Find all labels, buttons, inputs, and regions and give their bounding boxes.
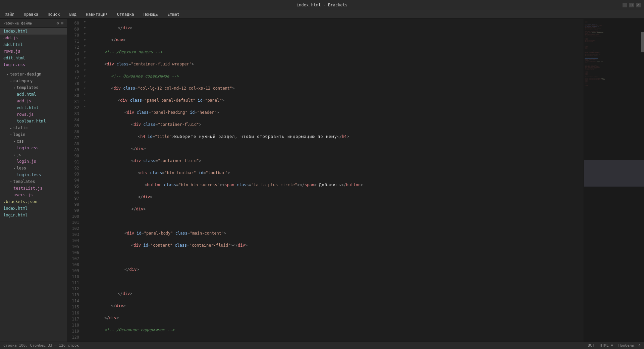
close-button[interactable]: ✕ (636, 3, 641, 7)
indentation[interactable]: Пробелы: 4 (619, 343, 641, 348)
code-line-77: <h4 id="title">Выберите нужный раздел, ч… (91, 134, 580, 140)
folder-less[interactable]: ▾less (0, 165, 67, 171)
insert-mode[interactable]: ВСТ (588, 343, 594, 348)
code-line-73: <div class="col-lg-12 col-md-12 col-xs-1… (91, 85, 580, 91)
menu-help[interactable]: Помощь (142, 11, 160, 17)
split-icon[interactable]: ⊞ (61, 21, 63, 26)
file-add-html-working[interactable]: add.html (0, 41, 67, 48)
code-line-69: </nav> (91, 37, 580, 43)
window-controls: ─ □ ✕ (623, 3, 641, 7)
code-line-79: <div class="container-fluid"> (91, 158, 580, 164)
menu-bar: Файл Правка Поиск Вид Навигация Отладка … (0, 10, 644, 19)
status-right: ВСТ HTML ▼ Пробелы: 4 (588, 343, 641, 348)
code-line-82: </div> (91, 194, 580, 200)
file-add-js-working[interactable]: add.js (0, 35, 67, 41)
file-testslist-js[interactable]: testsList.js (0, 185, 67, 192)
folder-login[interactable]: ▾login (0, 131, 67, 138)
code-line-75: <div class="panel-heading" id="header"> (91, 109, 580, 115)
code-line-74: <div class="panel panel-default" id="pan… (91, 97, 580, 103)
file-add-js-cat[interactable]: add.js (0, 98, 67, 104)
minimap-viewport-indicator (584, 160, 644, 187)
file-login-html-tree[interactable]: login.html (0, 212, 67, 218)
minimap-scrollbar[interactable] (641, 32, 644, 52)
code-container[interactable]: 6869707172 7374757677 7879808182 8384858… (67, 19, 644, 342)
code-line-85: <div id="panel-body" class="main-content… (91, 230, 580, 236)
folder-js[interactable]: ▾js (0, 151, 67, 158)
code-line-91: </div> (91, 303, 580, 309)
file-type[interactable]: HTML ▼ (600, 343, 613, 348)
file-index-html-tree[interactable]: index.html (0, 205, 67, 212)
code-line-86: <div id="content" class="container-fluid… (91, 242, 580, 248)
main-layout: Рабочие файлы ⚙ ⊞ index.html add.js add.… (0, 19, 644, 342)
code-line-72: <!-- Основное содержимое --> (91, 73, 580, 79)
file-login-less[interactable]: login.less (0, 171, 67, 178)
code-line-88: </div> (91, 266, 580, 272)
code-line-81: <button class="btn btn-success"><span cl… (91, 182, 580, 188)
menu-emmet[interactable]: Emmet (165, 11, 181, 17)
file-index-html-working[interactable]: index.html (0, 28, 67, 35)
file-login-css[interactable]: login.css (0, 145, 67, 151)
folder-templates-root[interactable]: ▾templates (0, 178, 67, 185)
sidebar-header-label: Рабочие файлы (3, 21, 32, 26)
code-line-70: <!-- /Верхняя панель --> (91, 49, 580, 55)
file-toolbar-html-cat[interactable]: toolbar.html (0, 118, 67, 124)
code-line-84 (91, 218, 580, 224)
folder-templates-category[interactable]: ▾templates (0, 84, 67, 91)
cursor-position: Строка 100, Столбец 33 — 126 строк (3, 343, 79, 348)
folder-category[interactable]: ▾category (0, 78, 67, 84)
code-line-68: </div> (91, 25, 580, 31)
menu-file[interactable]: Файл (3, 11, 16, 17)
file-rows-js-cat[interactable]: rows.js (0, 111, 67, 118)
file-rows-js-working[interactable]: rows.js (0, 48, 67, 55)
window-title: index.html - Brackets (297, 3, 347, 7)
minimap-content: </div> </nav> <!-- /Верхняя панель --> <… (584, 19, 644, 89)
fold-column: ▾▾▾▾▾ ▾ ▾ ▾▾▾▾ ▾ ▾▾ ▾ (82, 19, 88, 342)
file-edit-html-cat[interactable]: edit.html (0, 104, 67, 111)
maximize-button[interactable]: □ (629, 3, 634, 7)
settings-icon[interactable]: ⚙ (57, 21, 59, 26)
code-line-94 (91, 339, 580, 342)
file-brackets-json[interactable]: .brackets.json (0, 198, 67, 205)
code-line-90: </div> (91, 291, 580, 297)
file-login-js[interactable]: login.js (0, 158, 67, 165)
menu-navigate[interactable]: Навигация (84, 11, 110, 17)
minimap[interactable]: </div> </nav> <!-- /Верхняя панель --> <… (584, 19, 644, 342)
sidebar: Рабочие файлы ⚙ ⊞ index.html add.js add.… (0, 19, 67, 342)
status-bar: Строка 100, Столбец 33 — 126 строк ВСТ H… (0, 342, 644, 349)
code-line-92: </div> (91, 315, 580, 321)
sidebar-header: Рабочие файлы ⚙ ⊞ (0, 19, 67, 28)
code-line-78: </div> (91, 146, 580, 152)
menu-search[interactable]: Поиск (46, 11, 62, 17)
code-content[interactable]: </div> </nav> <!-- /Верхняя панель --> <… (88, 19, 584, 342)
code-line-87 (91, 254, 580, 260)
code-line-71: <div class="container-fluid wrapper"> (91, 61, 580, 67)
code-line-76: <div class="container-fluid"> (91, 121, 580, 128)
file-users-js[interactable]: users.js (0, 192, 67, 198)
code-line-83: </div> (91, 206, 580, 212)
code-line-93: <!-- /Основное содержимое --> (91, 327, 580, 333)
menu-debug[interactable]: Отладка (115, 11, 136, 17)
folder-static[interactable]: ▸static (0, 124, 67, 131)
status-position: Строка 100, Столбец 33 — 126 строк (3, 343, 79, 348)
file-edit-html-working[interactable]: edit.html (0, 55, 67, 61)
sidebar-icons: ⚙ ⊞ (57, 21, 63, 26)
file-login-css-working[interactable]: login.css (0, 61, 67, 68)
code-line-80: <div class="btn-toolbar" id="toolbar"> (91, 170, 580, 176)
menu-edit[interactable]: Правка (22, 11, 40, 17)
folder-tester-design[interactable]: ▾tester-design (0, 71, 67, 78)
minimize-button[interactable]: ─ (623, 3, 627, 7)
file-add-html-cat[interactable]: add.html (0, 91, 67, 98)
editor-area: 6869707172 7374757677 7879808182 8384858… (67, 19, 644, 342)
menu-view[interactable]: Вид (67, 11, 78, 17)
title-bar: index.html - Brackets ─ □ ✕ (0, 0, 644, 10)
line-numbers: 6869707172 7374757677 7879808182 8384858… (67, 19, 82, 342)
code-line-89 (91, 279, 580, 285)
folder-css[interactable]: ▾css (0, 138, 67, 145)
